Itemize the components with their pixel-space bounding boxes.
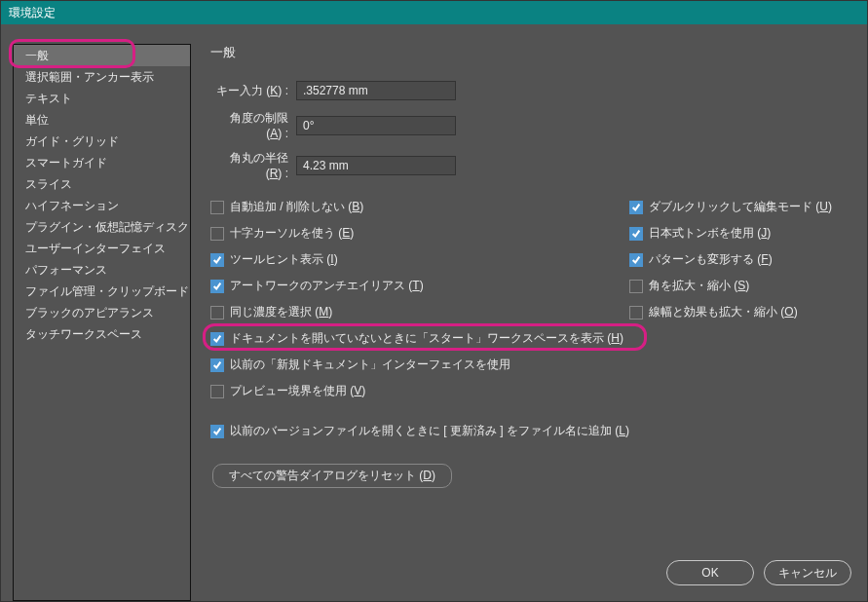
field-row: キー入力 (K) : xyxy=(210,81,855,100)
checkbox-row: 自動追加 / 削除しない (B) xyxy=(210,198,629,216)
reset-warnings-button[interactable]: すべての警告ダイアログをリセット (D) xyxy=(212,464,452,488)
sidebar-item[interactable]: プラグイン・仮想記憶ディスク xyxy=(14,216,190,238)
checkbox-row: 以前のバージョンファイルを開くときに [ 更新済み ] をファイル名に追加 (L… xyxy=(210,422,629,440)
checkbox-label: ドキュメントを開いていないときに「スタート」ワークスペースを表示 (H) xyxy=(230,330,623,347)
checkbox[interactable] xyxy=(210,227,224,241)
checkbox-label: ダブルクリックして編集モード (U) xyxy=(649,199,832,215)
sidebar-item[interactable]: 一般 xyxy=(14,45,190,66)
reset-warnings-hotkey: D xyxy=(423,469,432,482)
sidebar-item[interactable]: スマートガイド xyxy=(14,152,190,173)
checkbox[interactable] xyxy=(210,332,224,346)
field-row: 角丸の半径 (R) : xyxy=(210,150,855,180)
checkbox[interactable] xyxy=(210,253,224,267)
checkbox[interactable] xyxy=(210,425,224,438)
checkbox-row: プレビュー境界を使用 (V) xyxy=(210,382,629,400)
sidebar-item[interactable]: 単位 xyxy=(14,109,190,131)
sidebar-item[interactable]: タッチワークスペース xyxy=(14,323,190,345)
checkbox-row: 十字カーソルを使う (E) xyxy=(210,224,629,243)
checkbox[interactable] xyxy=(210,358,224,372)
reset-warnings-label-suf: ) xyxy=(432,469,435,482)
checkbox-label: 以前のバージョンファイルを開くときに [ 更新済み ] をファイル名に追加 (L… xyxy=(230,423,629,439)
checkbox-label: 線幅と効果も拡大・縮小 (O) xyxy=(649,304,798,320)
checkbox[interactable] xyxy=(629,253,643,267)
checkbox-row: 同じ濃度を選択 (M) xyxy=(210,303,629,321)
field-label: 角度の制限 (A) : xyxy=(214,110,296,140)
sidebar-item[interactable]: ファイル管理・クリップボード xyxy=(14,281,190,302)
reset-warnings-label-pre: すべての警告ダイアログをリセット ( xyxy=(229,469,423,482)
sidebar-item[interactable]: テキスト xyxy=(14,88,190,109)
checkbox[interactable] xyxy=(210,280,224,293)
checkbox-grid: 自動追加 / 削除しない (B)十字カーソルを使う (E)ツールヒント表示 (I… xyxy=(210,198,855,440)
checkbox-label: パターンも変形する (F) xyxy=(649,251,773,268)
checkbox-row: ダブルクリックして編集モード (U) xyxy=(629,198,832,216)
checkbox[interactable] xyxy=(210,306,224,320)
titlebar: 環境設定 xyxy=(1,1,867,24)
checkbox-label: 以前の「新規ドキュメント」インターフェイスを使用 xyxy=(230,357,510,373)
checkbox-label: 十字カーソルを使う (E) xyxy=(230,225,354,242)
constrain_angle-input[interactable] xyxy=(296,116,456,135)
cancel-button[interactable]: キャンセル xyxy=(764,560,851,585)
field-row: 角度の制限 (A) : xyxy=(210,110,855,140)
checkbox[interactable] xyxy=(629,306,643,320)
checkbox-label: プレビュー境界を使用 (V) xyxy=(230,383,365,399)
checkbox-label: アートワークのアンチエイリアス (T) xyxy=(230,278,424,294)
dialog-footer: OK キャンセル xyxy=(666,560,851,585)
field-label: 角丸の半径 (R) : xyxy=(214,150,296,180)
sidebar-item[interactable]: スライス xyxy=(14,173,190,195)
checkbox-label: 自動追加 / 削除しない (B) xyxy=(230,199,363,215)
checkbox-label: 角を拡大・縮小 (S) xyxy=(649,278,749,294)
sidebar-item[interactable]: ハイフネーション xyxy=(14,195,190,216)
checkbox-label: 日本式トンボを使用 (J) xyxy=(649,225,771,242)
checkbox[interactable] xyxy=(629,201,643,214)
category-sidebar: 一般選択範囲・アンカー表示テキスト単位ガイド・グリッドスマートガイドスライスハイ… xyxy=(13,44,191,601)
checkbox-label: 同じ濃度を選択 (M) xyxy=(230,304,332,320)
checkbox[interactable] xyxy=(210,201,224,214)
field-label: キー入力 (K) : xyxy=(214,83,296,99)
checkbox-row: ツールヒント表示 (I) xyxy=(210,250,629,269)
panel-content: 一般 キー入力 (K) :角度の制限 (A) :角丸の半径 (R) : 自動追加… xyxy=(210,44,855,601)
checkbox-row: パターンも変形する (F) xyxy=(629,250,832,269)
checkbox[interactable] xyxy=(210,385,224,398)
checkbox-row: ドキュメントを開いていないときに「スタート」ワークスペースを表示 (H) xyxy=(210,329,629,348)
checkbox-row: 角を拡大・縮小 (S) xyxy=(629,277,832,295)
sidebar-item[interactable]: ユーザーインターフェイス xyxy=(14,238,190,259)
checkbox-row: 日本式トンボを使用 (J) xyxy=(629,224,832,243)
sidebar-item[interactable]: ガイド・グリッド xyxy=(14,131,190,152)
panel-title: 一般 xyxy=(210,44,855,61)
checkbox-row: アートワークのアンチエイリアス (T) xyxy=(210,277,629,295)
checkbox-column-right: ダブルクリックして編集モード (U)日本式トンボを使用 (J)パターンも変形する… xyxy=(629,198,832,440)
ok-button[interactable]: OK xyxy=(666,560,754,585)
checkbox-label: ツールヒント表示 (I) xyxy=(230,251,338,268)
checkbox[interactable] xyxy=(629,227,643,241)
corner_radius-input[interactable] xyxy=(296,156,456,175)
key_input-input[interactable] xyxy=(296,81,456,100)
checkbox-row: 線幅と効果も拡大・縮小 (O) xyxy=(629,303,832,321)
checkbox[interactable] xyxy=(629,280,643,293)
window-body: 一般選択範囲・アンカー表示テキスト単位ガイド・グリッドスマートガイドスライスハイ… xyxy=(1,24,867,601)
sidebar-item[interactable]: ブラックのアピアランス xyxy=(14,302,190,323)
window-title: 環境設定 xyxy=(9,6,56,19)
checkbox-column-left: 自動追加 / 削除しない (B)十字カーソルを使う (E)ツールヒント表示 (I… xyxy=(210,198,629,440)
checkbox-row: 以前の「新規ドキュメント」インターフェイスを使用 xyxy=(210,356,629,374)
sidebar-item[interactable]: パフォーマンス xyxy=(14,259,190,281)
sidebar-item[interactable]: 選択範囲・アンカー表示 xyxy=(14,66,190,88)
preferences-window: 環境設定 一般選択範囲・アンカー表示テキスト単位ガイド・グリッドスマートガイドス… xyxy=(0,0,868,602)
